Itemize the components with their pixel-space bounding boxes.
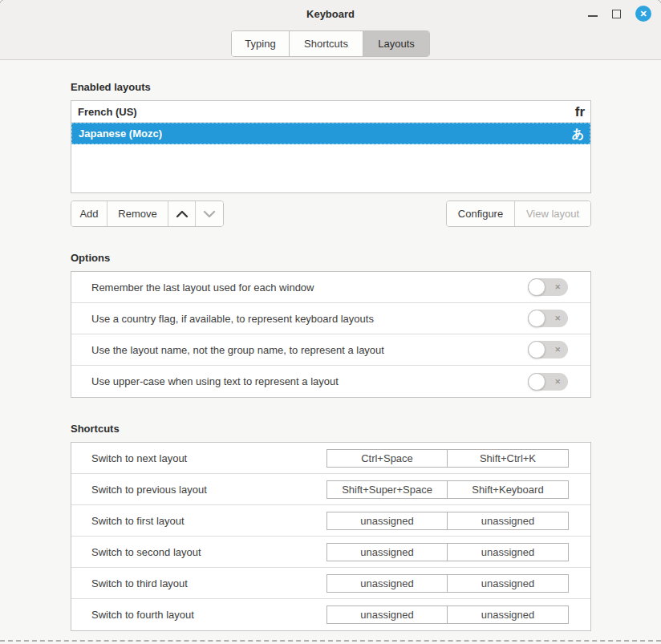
toggle-country-flag[interactable]: ✕ (528, 310, 568, 327)
window-bottom-edge (0, 640, 661, 642)
toggle-remember-layout[interactable]: ✕ (528, 278, 568, 296)
keybinding-button-1[interactable]: unassigned (326, 543, 448, 561)
window-controls: ✕ (588, 0, 651, 27)
layout-name: French (US) (78, 106, 575, 118)
shortcut-label: Switch to first layout (91, 515, 326, 527)
keybinding-pair: unassigned unassigned (326, 574, 569, 593)
shortcut-label: Switch to next layout (91, 452, 326, 464)
option-row-remember-layout: Remember the last layout used for each w… (71, 272, 590, 303)
shortcut-row-fourth-layout: Switch to fourth layout unassigned unass… (71, 599, 590, 630)
toggle-layout-name[interactable]: ✕ (528, 341, 568, 358)
chevron-down-icon (203, 210, 216, 218)
option-row-layout-name: Use the layout name, not the group name,… (71, 334, 590, 366)
move-layout-up-button[interactable] (168, 201, 196, 226)
layout-row-french[interactable]: French (US) fr (71, 101, 590, 123)
toggle-knob (528, 310, 545, 327)
enabled-layouts-list: French (US) fr Japanese (Mozc) あ (71, 100, 591, 193)
toggle-upper-case[interactable]: ✕ (528, 373, 568, 391)
shortcut-row-second-layout: Switch to second layout unassigned unass… (71, 537, 590, 568)
titlebar: Keyboard ✕ (0, 0, 661, 27)
shortcut-label: Switch to previous layout (91, 484, 326, 496)
keybinding-pair: Ctrl+Space Shift+Ctrl+K (326, 449, 569, 468)
keybinding-pair: unassigned unassigned (326, 543, 569, 561)
toggle-knob (528, 341, 545, 358)
minimize-icon[interactable] (588, 9, 598, 18)
keybinding-button-1[interactable]: unassigned (326, 606, 448, 624)
keybinding-pair: unassigned unassigned (326, 512, 569, 530)
option-label: Use a country flag, if available, to rep… (91, 313, 528, 325)
keybinding-button-2[interactable]: Shift+Ctrl+K (448, 449, 569, 468)
option-row-upper-case: Use upper-case when using text to repres… (71, 366, 590, 397)
maximize-icon[interactable] (612, 10, 621, 18)
enabled-layouts-heading: Enabled layouts (71, 81, 591, 93)
tab-layouts[interactable]: Layouts (363, 31, 429, 56)
keybinding-button-2[interactable]: unassigned (448, 543, 569, 561)
layout-row-japanese[interactable]: Japanese (Mozc) あ (71, 123, 590, 144)
shortcut-row-next-layout: Switch to next layout Ctrl+Space Shift+C… (71, 443, 590, 474)
shortcut-label: Switch to third layout (91, 577, 326, 589)
toggle-off-icon: ✕ (554, 378, 561, 385)
shortcuts-panel: Switch to next layout Ctrl+Space Shift+C… (71, 442, 591, 631)
option-row-country-flag: Use a country flag, if available, to rep… (71, 303, 590, 334)
shortcut-label: Switch to fourth layout (91, 609, 326, 621)
keybinding-pair: Shift+Super+Space Shift+Keyboard (326, 480, 569, 499)
layout-name: Japanese (Mozc) (79, 128, 572, 140)
shortcut-row-first-layout: Switch to first layout unassigned unassi… (71, 505, 590, 537)
add-layout-button[interactable]: Add (71, 201, 107, 226)
toggle-off-icon: ✕ (554, 284, 561, 291)
shortcut-row-previous-layout: Switch to previous layout Shift+Super+Sp… (71, 474, 590, 505)
option-label: Use upper-case when using text to repres… (91, 375, 528, 387)
layout-list-toolbar: Add Remove Configure View layout (71, 200, 591, 227)
shortcut-label: Switch to second layout (91, 546, 326, 558)
window-header: Keyboard ✕ Typing Shortcuts Layouts (0, 0, 661, 60)
window-title: Keyboard (306, 8, 355, 20)
keybinding-button-1[interactable]: unassigned (326, 574, 448, 593)
keybinding-button-1[interactable]: unassigned (326, 512, 448, 530)
options-panel: Remember the last layout used for each w… (71, 271, 591, 398)
remove-layout-button[interactable]: Remove (107, 201, 168, 226)
keybinding-button-1[interactable]: Shift+Super+Space (326, 480, 448, 499)
layout-indicator-fr: fr (575, 105, 585, 119)
layout-edit-group: Add Remove (71, 200, 224, 227)
move-layout-down-button[interactable] (196, 201, 223, 226)
keyboard-settings-window: Keyboard ✕ Typing Shortcuts Layouts Enab… (0, 0, 661, 644)
tab-shortcuts[interactable]: Shortcuts (290, 31, 363, 56)
toggle-knob (528, 278, 545, 296)
layout-indicator-ja: あ (572, 128, 584, 140)
toggle-off-icon: ✕ (554, 346, 561, 354)
layouts-page: Enabled layouts French (US) fr Japanese … (0, 60, 661, 631)
option-label: Remember the last layout used for each w… (91, 281, 528, 294)
keybinding-button-2[interactable]: Shift+Keyboard (448, 480, 569, 499)
toggle-knob (528, 373, 545, 391)
chevron-up-icon (176, 210, 189, 218)
tab-bar: Typing Shortcuts Layouts (231, 30, 430, 57)
shortcuts-heading: Shortcuts (71, 423, 591, 435)
keybinding-button-2[interactable]: unassigned (448, 606, 569, 624)
options-heading: Options (71, 252, 591, 264)
keybinding-button-2[interactable]: unassigned (448, 512, 569, 530)
keybinding-pair: unassigned unassigned (326, 606, 569, 624)
toggle-off-icon: ✕ (554, 315, 561, 322)
option-label: Use the layout name, not the group name,… (91, 344, 528, 356)
layout-action-group: Configure View layout (446, 200, 591, 227)
shortcut-row-third-layout: Switch to third layout unassigned unassi… (71, 568, 590, 599)
keybinding-button-1[interactable]: Ctrl+Space (326, 449, 448, 468)
configure-button[interactable]: Configure (447, 201, 515, 226)
keybinding-button-2[interactable]: unassigned (448, 574, 569, 593)
view-layout-button[interactable]: View layout (515, 201, 590, 226)
tab-typing[interactable]: Typing (232, 31, 290, 56)
close-icon[interactable]: ✕ (635, 6, 651, 22)
